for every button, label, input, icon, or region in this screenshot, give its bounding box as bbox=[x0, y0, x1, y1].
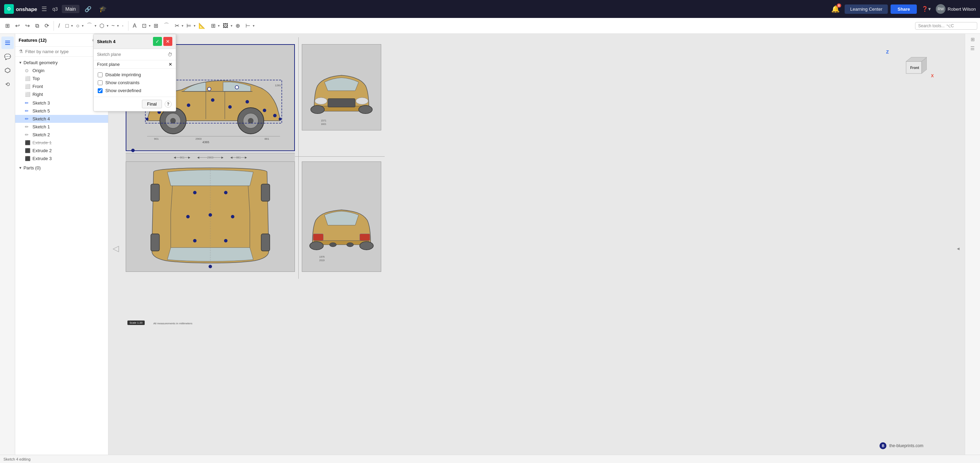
parts-label: Parts (0) bbox=[24, 165, 41, 170]
comment-icon[interactable]: 💬 bbox=[2, 51, 14, 63]
svg-point-16 bbox=[263, 109, 266, 112]
line-tool-button[interactable]: / bbox=[56, 21, 62, 31]
svg-rect-46 bbox=[261, 234, 270, 251]
feature-tree-icon[interactable] bbox=[2, 36, 14, 49]
show-overdefined-checkbox[interactable] bbox=[98, 88, 103, 93]
mirror-caret[interactable]: ▾ bbox=[194, 24, 196, 28]
search-tools-bar[interactable]: Search tools... ⌥C bbox=[915, 22, 977, 30]
point-tool-button[interactable]: · bbox=[119, 21, 126, 31]
undo-button[interactable]: ↩ bbox=[13, 21, 22, 31]
top-view-panel[interactable] bbox=[126, 162, 295, 272]
canvas-area[interactable]: ◁ Audi Q3 (2011) bbox=[108, 34, 965, 463]
feature-filter-input[interactable] bbox=[25, 49, 105, 54]
show-constraints-option[interactable]: Show constraints bbox=[98, 80, 172, 85]
sketch4-label: Sketch 4 bbox=[32, 116, 50, 121]
learning-center-button[interactable]: Learning Center bbox=[845, 5, 888, 14]
copy-button[interactable]: ⧉ bbox=[33, 21, 41, 31]
sketch2-item[interactable]: ✏ Sketch 2 bbox=[15, 131, 108, 139]
parts-header[interactable]: ▼ Parts (0) bbox=[15, 164, 108, 172]
view-cube-area: Z Front X bbox=[906, 41, 937, 42]
extrude3-item[interactable]: ⬛ Extrude 3 bbox=[15, 155, 108, 162]
final-button[interactable]: Final bbox=[142, 100, 162, 108]
hamburger-menu[interactable]: ☰ bbox=[40, 4, 48, 14]
history-icon[interactable]: ⟲ bbox=[2, 78, 14, 90]
rect-tool-button[interactable]: □ bbox=[63, 21, 71, 31]
constraint-caret[interactable]: ▾ bbox=[253, 24, 255, 28]
sketch4-dialog: Sketch 4 ✓ ✕ Sketch plane ⏱ Front plane … bbox=[93, 34, 176, 111]
3d-icon[interactable] bbox=[2, 64, 14, 76]
svg-rect-43 bbox=[151, 184, 159, 201]
right-panel: ⊞ ☰ ⚙ bbox=[965, 34, 980, 463]
redo-button[interactable]: ↪ bbox=[23, 21, 32, 31]
app-name: onshape bbox=[16, 6, 37, 12]
bp-logo: B bbox=[880, 442, 886, 449]
sketch-dialog-ok[interactable]: ✓ bbox=[153, 37, 162, 46]
help-button[interactable]: ❓▾ bbox=[920, 4, 933, 14]
trim-caret[interactable]: ▾ bbox=[181, 24, 183, 28]
show-overdefined-option[interactable]: Show overdefined bbox=[98, 88, 172, 93]
show-constraints-checkbox[interactable] bbox=[98, 80, 103, 85]
disable-imprinting-option[interactable]: Disable imprinting bbox=[98, 72, 172, 77]
text-tool-button[interactable]: A bbox=[130, 21, 139, 31]
arc-tool-caret[interactable]: ▾ bbox=[95, 24, 96, 28]
orbit-button[interactable]: ⟳ bbox=[42, 21, 51, 31]
left-nav-arrow[interactable]: ◁ bbox=[113, 244, 119, 253]
sketch1-item[interactable]: ✏ Sketch 1 bbox=[15, 123, 108, 131]
disable-imprinting-checkbox[interactable] bbox=[98, 73, 103, 77]
svg-point-31 bbox=[315, 98, 327, 105]
tab-name[interactable]: Main bbox=[62, 5, 79, 13]
share-button[interactable]: Share bbox=[891, 5, 917, 14]
polygon-tool-caret[interactable]: ▾ bbox=[107, 24, 108, 28]
right-panel-icon-1[interactable]: ⊞ bbox=[969, 35, 976, 43]
arc-tool-button[interactable]: ⌒ bbox=[84, 21, 95, 31]
right-panel-icon-2[interactable]: ☰ bbox=[969, 44, 976, 52]
dim3: ◀──881──▶ bbox=[230, 156, 247, 159]
extrude3-icon: ⬛ bbox=[25, 156, 30, 161]
sketch3-icon: ✏ bbox=[25, 100, 30, 106]
svg-point-61 bbox=[360, 241, 374, 250]
sketch4-item[interactable]: ✏ Sketch 4 bbox=[15, 115, 108, 123]
view-button[interactable]: ⊞ bbox=[208, 21, 218, 31]
sketch-dialog-cancel[interactable]: ✕ bbox=[163, 37, 172, 46]
svg-text:881: 881 bbox=[264, 137, 269, 140]
spline-tool-button[interactable]: ~ bbox=[109, 21, 117, 31]
snap-button[interactable]: ⊕ bbox=[233, 21, 242, 31]
constraint-button[interactable]: ⊢ bbox=[243, 21, 253, 31]
circle-tool-button[interactable]: ○ bbox=[73, 21, 82, 31]
dimension-button[interactable]: ⊞ bbox=[151, 21, 161, 31]
view-cube[interactable]: Front bbox=[899, 51, 927, 80]
extrude1-item[interactable]: ⬛ Extrude 1 bbox=[15, 139, 108, 147]
front-view-panel[interactable]: 1571 1821 bbox=[302, 44, 381, 130]
polygon-tool-button[interactable]: ⬡ bbox=[97, 21, 107, 31]
dimension2-button[interactable]: 📐 bbox=[196, 21, 208, 31]
svg-rect-2 bbox=[5, 44, 10, 45]
rect-tool-caret[interactable]: ▾ bbox=[71, 24, 73, 28]
rear-view-panel[interactable]: 1575 2019 bbox=[302, 162, 381, 272]
trim-button[interactable]: ✂ bbox=[172, 21, 181, 31]
dialog-help-icon[interactable]: ? bbox=[165, 101, 172, 108]
mirror-button[interactable]: ⊨ bbox=[184, 21, 194, 31]
plane-close-icon[interactable]: ✕ bbox=[169, 62, 172, 67]
fillet-button[interactable]: ⌒ bbox=[161, 21, 172, 31]
notification-button[interactable]: 🔔 8 bbox=[829, 3, 842, 15]
feature-list-button[interactable]: ⊞ bbox=[3, 21, 12, 31]
spline-tool-caret[interactable]: ▾ bbox=[117, 24, 119, 28]
graduation-icon[interactable]: 🎓 bbox=[97, 3, 109, 14]
right-nav-up[interactable]: ◀ bbox=[957, 247, 959, 251]
link-icon[interactable]: 🔗 bbox=[82, 4, 94, 14]
svg-point-32 bbox=[356, 98, 368, 105]
render-caret[interactable]: ▾ bbox=[231, 24, 232, 28]
selection-handle-bl[interactable] bbox=[131, 149, 135, 152]
extrude2-item[interactable]: ⬛ Extrude 2 bbox=[15, 147, 108, 155]
render-button[interactable]: 🖼 bbox=[220, 21, 231, 31]
svg-point-53 bbox=[208, 213, 212, 217]
transform-button[interactable]: ⊡ bbox=[140, 21, 149, 31]
svg-text:Front: Front bbox=[910, 66, 919, 70]
view-caret[interactable]: ▾ bbox=[218, 24, 220, 28]
plane-clock-icon[interactable]: ⏱ bbox=[167, 52, 172, 57]
transform-caret[interactable]: ▾ bbox=[149, 24, 151, 28]
circle-tool-caret[interactable]: ▾ bbox=[82, 24, 84, 28]
transform-group: ⊡ ▾ bbox=[140, 21, 151, 31]
svg-point-49 bbox=[186, 215, 189, 219]
plane-value-text: Front plane bbox=[97, 62, 167, 67]
